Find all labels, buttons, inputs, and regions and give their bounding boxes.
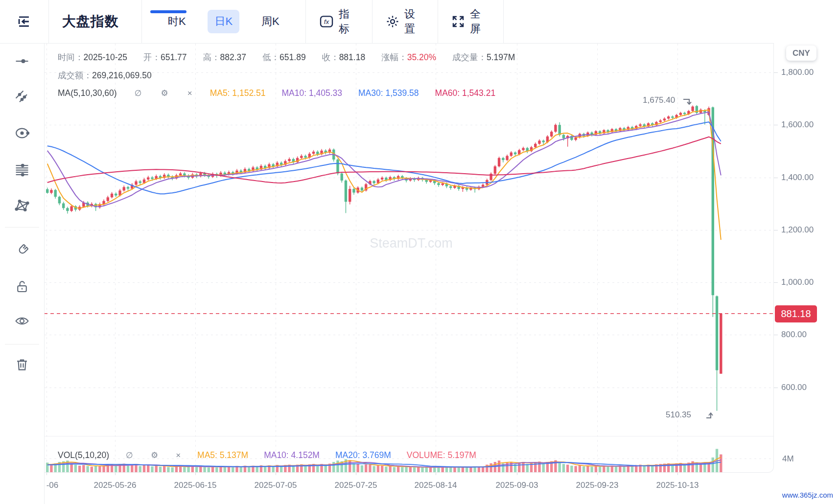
sidebar-tool-parallel-lines[interactable] [14, 88, 30, 105]
price-axis-label: 1,200.00 [774, 225, 814, 235]
price-axis-label: 1,600.00 [774, 120, 814, 130]
watermark: SteamDT.com [370, 236, 453, 251]
last-price-badge: 881.18 [775, 305, 817, 322]
sidebar-tool-trend-line[interactable] [14, 53, 30, 69]
ma-legend-item: VOLUME: 5.197M [407, 450, 476, 460]
fullscreen-icon [451, 14, 466, 29]
magnet-icon [15, 243, 29, 258]
info-label: 涨幅： [381, 52, 407, 62]
axis-tick [774, 72, 778, 73]
axis-tick [774, 125, 778, 125]
tab-week-k[interactable]: 周K [255, 10, 286, 33]
turnover-row: 成交额：269,216,069.50 [58, 66, 515, 84]
sidebar-tool-trash[interactable] [14, 356, 30, 373]
axis-tick [774, 230, 778, 230]
volume-axis-label: 4M [782, 454, 794, 464]
indicators-label: 指标 [339, 7, 359, 36]
arrow-down-icon [682, 96, 693, 107]
info-value: 882.37 [220, 52, 247, 62]
info-pair: 低：651.89 [262, 51, 306, 63]
fullscreen-label: 全屏 [470, 7, 490, 36]
ohlc-info-bar: 时间：2025-10-25开：651.77高：882.37低：651.89收：8… [58, 48, 515, 102]
eye-icon [15, 314, 29, 328]
ma-legend-item: MA30: 1,539.58 [358, 88, 419, 98]
eye-off-icon[interactable]: ∅ [126, 450, 133, 460]
info-pair: 成交量：5.197M [452, 51, 515, 63]
info-value: 5.197M [487, 52, 515, 62]
ma-legend-item: MA5: 1,152.51 [210, 88, 266, 98]
arrow-up-icon [705, 410, 716, 421]
high-annotation: 1,675.40 [643, 95, 675, 105]
page-title: 大盘指数 [62, 12, 119, 31]
legend-title: VOL(5,10,20) [58, 450, 109, 460]
time-axis-label: 2025-07-25 [335, 481, 377, 490]
info-value: 35.20% [407, 52, 436, 62]
info-pair: 成交额：269,216,069.50 [58, 69, 152, 81]
info-label: 高： [203, 52, 220, 62]
tab-hour-k[interactable]: 时K [161, 10, 193, 33]
gear-icon [385, 14, 400, 29]
legend-title: MA(5,10,30,60) [58, 88, 117, 98]
info-label: 开： [143, 52, 161, 62]
axis-tick [774, 178, 778, 178]
interval-tabs: 时K 日K 周K [142, 0, 305, 43]
ma-legend-item: MA5: 5.137M [197, 450, 248, 460]
tab-indicator [150, 10, 186, 13]
time-axis-label: 2025-09-23 [576, 481, 619, 490]
parallel-lines-icon [15, 89, 29, 104]
info-label: 低： [262, 52, 280, 62]
unlock-icon [15, 279, 29, 294]
ma-legend-item: MA60: 1,543.21 [435, 88, 496, 98]
axis-tick [774, 282, 778, 283]
time-axis-label: 2025-05-26 [94, 481, 137, 490]
tab-day-k[interactable]: 日K [208, 10, 239, 33]
info-pair: 时间：2025-10-25 [58, 51, 127, 63]
svg-text:fx: fx [324, 18, 330, 25]
info-value: 269,216,069.50 [92, 70, 152, 80]
pattern-icon [15, 198, 29, 213]
fx-icon: fx [319, 14, 334, 29]
drawing-tools-sidebar [0, 43, 45, 504]
sidebar-tool-eye[interactable] [14, 313, 30, 329]
indicators-button[interactable]: fx 指标 [306, 0, 372, 43]
axis-tick [774, 388, 778, 388]
currency-badge: CNY [786, 46, 816, 61]
info-label: 成交量： [452, 52, 487, 62]
close-icon[interactable]: × [176, 451, 181, 460]
eye-off-icon[interactable]: ∅ [135, 88, 142, 98]
sidebar-toggle-button[interactable] [0, 0, 48, 43]
ma-legend-item: MA10: 1,405.33 [281, 88, 342, 98]
time-axis-label: 2025-08-14 [415, 481, 457, 490]
gear-icon[interactable]: ⚙ [151, 450, 158, 460]
settings-button[interactable]: 设置 [373, 0, 438, 43]
site-link[interactable]: www.365jz.com [782, 491, 833, 499]
sidebar-tool-unlock[interactable] [14, 278, 30, 295]
sidebar-tool-ellipse[interactable] [14, 125, 30, 141]
trend-line-icon [15, 54, 29, 69]
divider [5, 344, 39, 344]
info-value: 881.18 [339, 52, 366, 62]
info-value: 651.77 [161, 52, 187, 62]
fullscreen-button[interactable]: 全屏 [438, 0, 503, 43]
info-value: 2025-10-25 [84, 52, 128, 62]
sidebar-tool-fib-lines[interactable] [14, 161, 30, 178]
time-axis-label: -06 [47, 481, 59, 490]
time-axis-label: 2025-10-13 [656, 481, 699, 490]
price-axis-label: 600.00 [774, 383, 807, 392]
volume-legend-row: VOL(5,10,20)∅⚙×MA5: 5.137MMA10: 4.152MMA… [58, 450, 476, 460]
price-axis-label: 800.00 [774, 330, 807, 340]
price-axis-label: 1,800.00 [774, 68, 814, 77]
close-icon[interactable]: × [187, 89, 192, 98]
sidebar-tool-magnet[interactable] [14, 242, 30, 259]
info-label: 成交额： [58, 70, 92, 80]
time-axis-label: 2025-06-15 [174, 481, 217, 490]
gear-icon[interactable]: ⚙ [161, 88, 168, 98]
info-label: 收： [322, 52, 339, 62]
info-pair: 涨幅：35.20% [381, 51, 436, 63]
time-axis-label: 2025-09-03 [496, 481, 538, 490]
ma-legend-row: MA(5,10,30,60)∅⚙×MA5: 1,152.51MA10: 1,40… [58, 84, 515, 102]
sidebar-tool-pattern[interactable] [14, 197, 30, 214]
info-pair: 高：882.37 [203, 51, 247, 63]
ellipse-icon [15, 126, 29, 140]
axis-tick [774, 335, 778, 335]
